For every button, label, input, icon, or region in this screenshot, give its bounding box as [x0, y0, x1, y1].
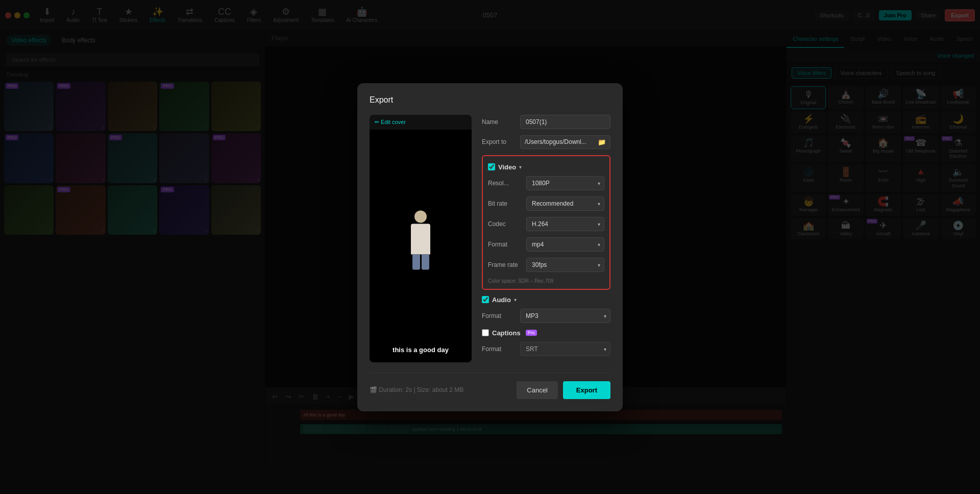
preview-text: this is a good day — [393, 346, 449, 354]
codec-select-wrapper: H.264 H.265 ProRes — [526, 217, 604, 231]
modal-settings: Name Export to /Users/topgus/Downl... 📁 … — [482, 115, 610, 362]
captions-section: Captions Pro Format SRT VTT ASS — [482, 329, 610, 356]
captions-section-header: Captions Pro — [482, 329, 610, 337]
captions-section-title: Captions — [492, 329, 521, 337]
cancel-button[interactable]: Cancel — [517, 381, 557, 399]
film-icon: 🎬 — [370, 386, 379, 393]
video-expand-icon: ▾ — [519, 164, 522, 170]
modal-preview: ✏ Edit cover this is a good day — [370, 115, 472, 362]
modal-body: ✏ Edit cover this is a good day — [370, 115, 610, 362]
video-checkbox[interactable] — [488, 163, 495, 170]
format-select[interactable]: mp4 mov avi — [526, 237, 604, 252]
video-section: Video ▾ Resol... 720P 1080P 4K — [482, 155, 610, 290]
audio-checkbox[interactable] — [482, 296, 489, 303]
bitrate-select-wrapper: Low Recommended High — [526, 196, 604, 211]
codec-select[interactable]: H.264 H.265 ProRes — [526, 217, 604, 231]
captions-format-select-wrapper: SRT VTT ASS — [520, 342, 610, 356]
audio-section-title: Audio — [492, 296, 511, 304]
bitrate-row: Bit rate Low Recommended High — [488, 196, 604, 211]
modal-title: Export — [370, 95, 610, 105]
format-label: Format — [488, 241, 526, 248]
codec-row: Codec H.264 H.265 ProRes — [488, 217, 604, 231]
audio-section: Audio ▾ Format MP3 AAC WAV — [482, 296, 610, 323]
footer-info: 🎬 Duration: 2s | Size: about 2 MB — [370, 386, 463, 393]
captions-format-row: Format SRT VTT ASS — [482, 342, 610, 356]
audio-format-select[interactable]: MP3 AAC WAV — [520, 309, 610, 323]
name-label: Name — [482, 118, 520, 126]
framerate-label: Frame rate — [488, 261, 526, 268]
framerate-select[interactable]: 24fps 30fps 60fps — [526, 258, 604, 272]
format-select-wrapper: mp4 mov avi — [526, 237, 604, 252]
framerate-select-wrapper: 24fps 30fps 60fps — [526, 258, 604, 272]
audio-format-row: Format MP3 AAC WAV — [482, 309, 610, 323]
resolution-select[interactable]: 720P 1080P 4K — [526, 176, 604, 190]
export-to-label: Export to — [482, 138, 520, 145]
captions-format-select[interactable]: SRT VTT ASS — [520, 342, 610, 356]
bitrate-select[interactable]: Low Recommended High — [526, 196, 604, 211]
resolution-row: Resol... 720P 1080P 4K — [488, 176, 604, 190]
audio-format-label: Format — [482, 312, 520, 319]
edit-cover-button[interactable]: ✏ Edit cover — [370, 115, 472, 130]
codec-label: Codec — [488, 220, 526, 228]
export-button[interactable]: Export — [563, 381, 610, 399]
export-modal: Export ✏ Edit cover — [357, 83, 623, 411]
captions-checkbox[interactable] — [482, 329, 489, 336]
audio-expand-icon: ▾ — [514, 297, 517, 303]
resolution-label: Resol... — [488, 180, 526, 187]
captions-format-label: Format — [482, 345, 520, 353]
name-row: Name — [482, 115, 610, 129]
modal-footer: 🎬 Duration: 2s | Size: about 2 MB Cancel… — [370, 373, 610, 399]
color-space-note: Color space: SDR – Rec.709 — [488, 278, 604, 284]
name-input[interactable] — [520, 115, 610, 129]
audio-section-header: Audio ▾ — [482, 296, 610, 304]
bitrate-label: Bit rate — [488, 200, 526, 207]
audio-format-select-wrapper: MP3 AAC WAV — [520, 309, 610, 323]
folder-icon: 📁 — [598, 138, 606, 146]
modal-overlay: Export ✏ Edit cover — [0, 0, 980, 494]
framerate-row: Frame rate 24fps 30fps 60fps — [488, 258, 604, 272]
export-to-path[interactable]: /Users/topgus/Downl... 📁 — [520, 135, 610, 149]
video-section-title: Video — [498, 163, 516, 171]
captions-pro-badge: Pro — [526, 330, 537, 336]
export-to-row: Export to /Users/topgus/Downl... 📁 — [482, 135, 610, 149]
format-row: Format mp4 mov avi — [488, 237, 604, 252]
preview-image: this is a good day — [370, 130, 472, 362]
resolution-select-wrapper: 720P 1080P 4K — [526, 176, 604, 190]
footer-actions: Cancel Export — [517, 381, 610, 399]
video-section-header: Video ▾ — [488, 163, 604, 171]
